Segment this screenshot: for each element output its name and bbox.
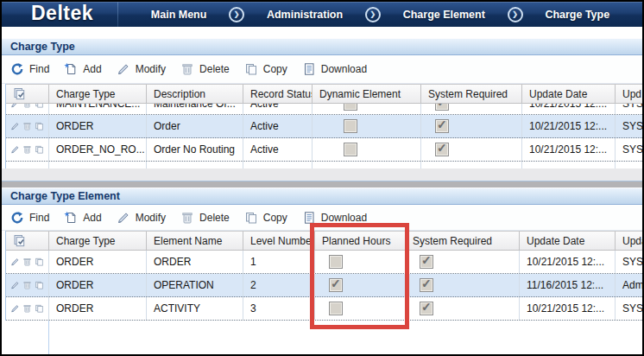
charge-type-panel: Charge Type Find Add Modify Delete Copy … — [2, 38, 642, 181]
modify-button[interactable]: Modify — [117, 62, 166, 76]
charge-type-element-toolbar: Find Add Modify Delete Copy Download — [2, 205, 642, 231]
column-header-dynamic-element[interactable]: Dynamic Element — [313, 85, 421, 103]
planned-hours-checkbox[interactable] — [329, 278, 343, 292]
cell-update-date: 10/21/2015 12:... — [522, 104, 616, 115]
system-required-checkbox[interactable] — [435, 104, 449, 111]
panel-title: Charge Type Element — [10, 190, 120, 202]
column-header-system-required[interactable]: System Required — [421, 85, 522, 103]
edit-icon[interactable] — [10, 144, 20, 155]
cell-system-required — [406, 297, 520, 320]
cell-updated-by: Admin U — [616, 274, 642, 296]
planned-hours-checkbox[interactable] — [329, 255, 343, 269]
edit-icon[interactable] — [10, 257, 20, 267]
cell-updated-by: SYS — [616, 115, 642, 137]
find-button[interactable]: Find — [10, 211, 49, 225]
row-actions — [6, 115, 49, 137]
download-button[interactable]: Download — [302, 62, 367, 76]
column-header-charge-type[interactable]: Charge Type — [49, 232, 147, 250]
planned-hours-checkbox[interactable] — [329, 302, 343, 315]
panel-splitter[interactable] — [2, 181, 642, 188]
cell-element-name: ORDER — [147, 251, 243, 273]
cell-record-status: Active — [243, 104, 313, 115]
delete-button[interactable]: Delete — [180, 62, 230, 76]
column-header-update-date[interactable]: Update Date — [522, 85, 616, 103]
column-header-element-name[interactable]: Element Name — [147, 232, 243, 250]
column-header-planned-hours[interactable]: Planned Hours — [315, 232, 406, 250]
dynamic-element-checkbox[interactable] — [344, 104, 357, 111]
cell-level-number: 3 — [243, 297, 315, 320]
breadcrumb-item-administration[interactable]: Administration — [267, 9, 343, 21]
column-header-system-required[interactable]: System Required — [406, 232, 520, 250]
row-actions — [6, 274, 49, 296]
cell-charge-type: ORDER — [49, 274, 147, 296]
dynamic-element-checkbox[interactable] — [344, 143, 357, 156]
dynamic-element-checkbox[interactable] — [344, 119, 357, 133]
system-required-checkbox[interactable] — [420, 302, 433, 315]
delete-button[interactable]: Delete — [180, 211, 230, 225]
copy-icon[interactable] — [35, 121, 44, 131]
column-header-updated-by[interactable]: Upd — [616, 85, 642, 103]
copy-button[interactable]: Copy — [244, 62, 287, 76]
cell-update-date: 10/21/2015 12:... — [520, 297, 616, 320]
column-header-charge-type[interactable]: Charge Type — [49, 85, 147, 103]
add-button[interactable]: Add — [64, 211, 101, 225]
table-row[interactable]: ORDER Order Active 10/21/2015 12:... SYS — [6, 115, 642, 138]
edit-icon[interactable] — [10, 303, 20, 314]
charge-type-panel-header: Charge Type — [2, 38, 642, 55]
download-button[interactable]: Download — [302, 211, 367, 225]
delete-icon[interactable] — [22, 257, 32, 267]
find-button[interactable]: Find — [10, 62, 49, 76]
table-row[interactable]: ORDER ORDER 1 10/21/2015 12:... SYSTEM — [6, 251, 642, 274]
column-header-record-status[interactable]: Record Status — [243, 85, 313, 103]
system-required-checkbox[interactable] — [435, 143, 449, 156]
copy-icon[interactable] — [35, 303, 44, 314]
table-row[interactable]: MAINTENANCE... Maintenance Or... Active … — [6, 104, 642, 115]
breadcrumb-item-charge-type[interactable]: Charge Type — [545, 9, 609, 21]
edit-icon[interactable] — [10, 121, 20, 131]
charge-type-table: Charge Type Description Record Status Dy… — [5, 84, 642, 168]
cell-update-date: 10/21/2015 12:... — [522, 138, 616, 161]
copy-button[interactable]: Copy — [244, 211, 287, 225]
delete-icon[interactable] — [22, 104, 32, 109]
select-all-header[interactable] — [6, 232, 49, 250]
panel-title: Charge Type — [10, 41, 75, 53]
copy-icon[interactable] — [35, 257, 44, 267]
copy-icon[interactable] — [35, 144, 44, 155]
select-all-icon — [13, 234, 27, 248]
cell-record-status: Active — [243, 115, 313, 137]
edit-icon[interactable] — [10, 104, 20, 109]
delete-icon[interactable] — [22, 280, 32, 290]
delete-icon[interactable] — [22, 121, 32, 131]
delete-icon[interactable] — [22, 144, 32, 155]
column-header-description[interactable]: Description — [147, 85, 243, 103]
charge-type-element-panel: Charge Type Element Find Add Modify Dele… — [2, 188, 642, 354]
cell-update-date: 10/21/2015 12:... — [520, 251, 616, 273]
deltek-logo: Deltek — [2, 2, 117, 27]
system-required-checkbox[interactable] — [435, 119, 449, 133]
trash-icon — [180, 62, 194, 76]
column-header-level-number[interactable]: Level Number — [243, 232, 315, 250]
empty-grid-strip — [6, 162, 642, 168]
delete-icon[interactable] — [22, 303, 32, 314]
modify-button[interactable]: Modify — [117, 211, 166, 225]
cell-dynamic-element — [313, 138, 421, 161]
cell-description: Maintenance Or... — [147, 104, 243, 115]
copy-icon[interactable] — [35, 280, 44, 290]
spacer — [2, 27, 642, 38]
trash-icon — [180, 211, 194, 225]
edit-icon[interactable] — [10, 280, 20, 290]
add-button[interactable]: Add — [64, 62, 101, 76]
table-row[interactable]: ORDER_NO_RO... Order No Routing Active 1… — [6, 138, 642, 162]
breadcrumb-item-charge-element[interactable]: Charge Element — [403, 9, 485, 21]
cell-update-date: 10/21/2015 12:... — [522, 115, 616, 137]
cell-charge-type: ORDER — [49, 115, 147, 137]
system-required-checkbox[interactable] — [420, 278, 433, 292]
column-header-updated-by[interactable]: Update — [616, 232, 642, 250]
copy-icon[interactable] — [35, 104, 44, 109]
table-row[interactable]: ORDER OPERATION 2 11/16/2015 12:... Admi… — [6, 274, 642, 297]
table-row[interactable]: ORDER ACTIVITY 3 10/21/2015 12:... SYSTE… — [6, 297, 642, 321]
system-required-checkbox[interactable] — [420, 255, 433, 269]
select-all-header[interactable] — [6, 85, 49, 103]
column-header-update-date[interactable]: Update Date — [520, 232, 616, 250]
breadcrumb-item-main-menu[interactable]: Main Menu — [151, 9, 207, 21]
